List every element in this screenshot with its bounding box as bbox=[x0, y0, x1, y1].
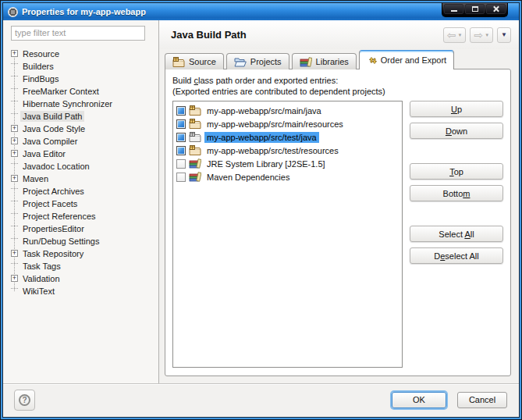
expand-icon[interactable]: + bbox=[11, 125, 18, 132]
tree-item[interactable]: + WikiText bbox=[11, 285, 154, 297]
entry-checkbox[interactable] bbox=[176, 133, 186, 142]
properties-gear-icon bbox=[8, 7, 18, 17]
tree-connector bbox=[11, 238, 18, 245]
tree-connector bbox=[11, 163, 18, 170]
minimize-icon bbox=[451, 10, 457, 12]
window-title: Properties for my-app-webapp bbox=[22, 7, 146, 16]
tree-item-label: Task Tags bbox=[20, 261, 63, 272]
tree-item-label: Java Editor bbox=[20, 148, 68, 159]
expand-icon[interactable]: + bbox=[11, 50, 18, 57]
back-button[interactable]: ⇦ ▼ bbox=[443, 27, 467, 43]
library-books-icon bbox=[300, 57, 312, 67]
filter-input[interactable] bbox=[11, 26, 145, 41]
tab-label: Order and Export bbox=[381, 55, 446, 65]
menu-caret-icon: ▼ bbox=[501, 31, 507, 38]
tree-connector bbox=[11, 213, 18, 220]
minimize-button[interactable] bbox=[444, 4, 463, 14]
build-path-entry[interactable]: Maven Dependencies bbox=[175, 170, 402, 183]
build-path-entries-list[interactable]: my-app-webapp/src/main/java bbox=[172, 101, 403, 368]
tree-item[interactable]: + Task Repository bbox=[11, 247, 154, 260]
entry-checkbox[interactable] bbox=[176, 119, 186, 129]
close-icon bbox=[492, 5, 499, 12]
view-menu-button[interactable]: ▼ bbox=[497, 27, 511, 43]
ok-button[interactable]: OK bbox=[392, 392, 446, 408]
entry-checkbox[interactable] bbox=[176, 173, 186, 182]
tree-item[interactable]: + Project Archives bbox=[11, 185, 154, 198]
tree-item[interactable]: + Resource bbox=[11, 48, 154, 60]
expand-icon[interactable]: + bbox=[11, 250, 18, 257]
maximize-button[interactable] bbox=[465, 4, 485, 14]
cancel-button[interactable]: Cancel bbox=[457, 392, 507, 408]
tab-projects[interactable]: Projects bbox=[226, 53, 289, 69]
tab-libraries[interactable]: Libraries bbox=[292, 53, 357, 69]
entry-label: my-app-webapp/src/main/resources bbox=[204, 119, 346, 130]
entry-label: JRE System Library [J2SE-1.5] bbox=[204, 158, 328, 169]
top-button[interactable]: Top bbox=[410, 163, 503, 180]
tree-item[interactable]: + Project References bbox=[11, 210, 154, 222]
help-icon: ? bbox=[19, 394, 30, 406]
entry-label: my-app-webapp/src/test/resources bbox=[204, 145, 341, 156]
tab-source[interactable]: Source bbox=[165, 53, 224, 69]
tree-item[interactable]: + PropertiesEditor bbox=[11, 222, 154, 235]
forward-caret-icon: ▼ bbox=[485, 33, 489, 37]
tab-label: Libraries bbox=[316, 57, 349, 66]
tree-item[interactable]: + FreeMarker Context bbox=[11, 85, 154, 98]
tree-item-label: FindBugs bbox=[20, 73, 61, 84]
tree-item-label: Project Facets bbox=[20, 198, 80, 209]
forward-button[interactable]: ⇨ ▼ bbox=[470, 27, 493, 43]
tab-label: Source bbox=[189, 57, 216, 66]
tree-item-label: Hibernate Synchronizer bbox=[20, 98, 115, 109]
tree-item[interactable]: + Task Tags bbox=[11, 260, 154, 272]
tree-item[interactable]: + Java Code Style bbox=[11, 123, 154, 135]
titlebar[interactable]: Properties for my-app-webapp bbox=[3, 3, 519, 20]
deselect-all-button[interactable]: Deselect All bbox=[410, 247, 503, 264]
down-button[interactable]: Down bbox=[410, 123, 503, 139]
expand-icon[interactable]: + bbox=[11, 175, 18, 182]
tree-item[interactable]: + Run/Debug Settings bbox=[11, 235, 154, 247]
description-line-1: Build class path order and exported entr… bbox=[172, 75, 503, 86]
help-button[interactable]: ? bbox=[14, 390, 35, 411]
tree-item[interactable]: + Javadoc Location bbox=[11, 160, 154, 173]
tree-item[interactable]: + Java Editor bbox=[11, 148, 154, 160]
close-button[interactable] bbox=[486, 4, 506, 14]
tree-item-label: Java Code Style bbox=[20, 123, 87, 134]
tree-item[interactable]: + Maven bbox=[11, 173, 154, 185]
tree-item-label: Project Archives bbox=[20, 186, 87, 197]
expand-icon[interactable]: + bbox=[11, 137, 18, 144]
properties-tree-panel: + Resource + Builders + FindBugs bbox=[3, 20, 159, 383]
tree-item[interactable]: + Java Build Path bbox=[11, 110, 154, 123]
tree-item[interactable]: + FindBugs bbox=[11, 73, 154, 85]
entry-checkbox[interactable] bbox=[176, 146, 186, 155]
build-path-entry[interactable]: my-app-webapp/src/test/resources bbox=[175, 144, 402, 157]
window-controls bbox=[442, 3, 508, 17]
tree-connector bbox=[11, 201, 18, 208]
build-path-entry[interactable]: my-app-webapp/src/main/java bbox=[175, 104, 402, 117]
select-all-button[interactable]: Select All bbox=[410, 226, 503, 242]
tree-item[interactable]: + Java Compiler bbox=[11, 135, 154, 148]
order-and-export-panel: Build class path order and exported entr… bbox=[165, 69, 511, 376]
tree-item-label: Builders bbox=[20, 61, 56, 72]
back-arrow-icon: ⇦ bbox=[447, 30, 456, 41]
tree-item-label: Validation bbox=[20, 273, 62, 284]
build-path-entry[interactable]: JRE System Library [J2SE-1.5] bbox=[175, 157, 402, 170]
entry-checkbox[interactable] bbox=[176, 159, 186, 169]
tree-item-label: Resource bbox=[20, 48, 62, 59]
expand-icon[interactable]: + bbox=[11, 150, 18, 157]
build-path-entry[interactable]: my-app-webapp/src/main/resources bbox=[175, 117, 402, 130]
build-path-entry[interactable]: my-app-webapp/src/test/java bbox=[175, 130, 402, 144]
tree-item[interactable]: + Hibernate Synchronizer bbox=[11, 98, 154, 110]
tree-item[interactable]: + Builders bbox=[11, 60, 154, 73]
tree-connector bbox=[11, 188, 18, 195]
package-folder-icon bbox=[189, 105, 201, 116]
tree-item[interactable]: + Validation bbox=[11, 272, 154, 285]
tab-order-and-export[interactable]: Order and Export bbox=[359, 50, 454, 69]
tree-item-label: Maven bbox=[20, 173, 51, 184]
up-button[interactable]: Up bbox=[410, 101, 503, 117]
tree-item[interactable]: + Project Facets bbox=[11, 198, 154, 210]
tree-item-label: Run/Debug Settings bbox=[20, 236, 101, 247]
bottom-button[interactable]: Bottom bbox=[410, 185, 503, 201]
tree-connector bbox=[11, 226, 18, 233]
order-buttons: Up Down Top bbox=[410, 101, 503, 368]
entry-checkbox[interactable] bbox=[176, 106, 186, 116]
expand-icon[interactable]: + bbox=[11, 275, 18, 282]
